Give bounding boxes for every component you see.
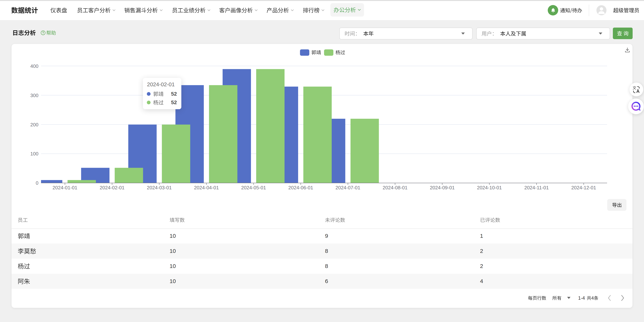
- svg-text:300: 300: [30, 93, 38, 98]
- svg-text:2024-07-01: 2024-07-01: [336, 185, 360, 190]
- svg-text:2024-11-01: 2024-11-01: [524, 185, 549, 190]
- svg-text:2024-01-01: 2024-01-01: [52, 185, 78, 190]
- svg-text:2024-05-01: 2024-05-01: [241, 185, 266, 190]
- svg-text:400: 400: [30, 63, 38, 69]
- svg-text:2024-02-01: 2024-02-01: [100, 185, 124, 190]
- svg-text:0: 0: [36, 180, 38, 186]
- svg-text:2024-03-01: 2024-03-01: [147, 185, 172, 190]
- svg-text:2024-09-01: 2024-09-01: [430, 185, 455, 190]
- svg-text:2024-12-01: 2024-12-01: [571, 185, 596, 190]
- svg-text:2024-10-01: 2024-10-01: [477, 185, 502, 190]
- svg-text:200: 200: [30, 122, 38, 127]
- svg-text:100: 100: [30, 151, 38, 157]
- svg-text:2024-08-01: 2024-08-01: [383, 185, 408, 190]
- svg-text:2024-06-01: 2024-06-01: [288, 185, 313, 190]
- svg-text:2024-04-01: 2024-04-01: [194, 185, 219, 190]
